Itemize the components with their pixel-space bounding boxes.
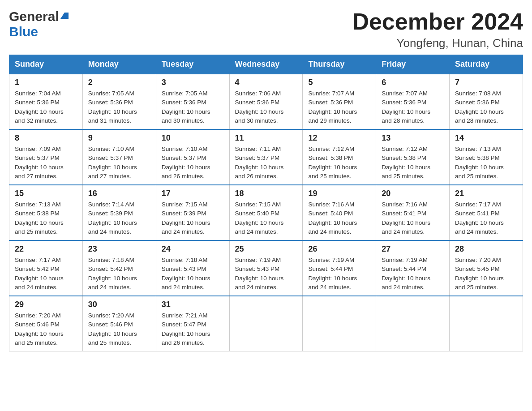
week-row-4: 22 Sunrise: 7:17 AMSunset: 5:42 PMDaylig… [9, 240, 523, 296]
day-cell [303, 296, 376, 351]
day-cell: 15 Sunrise: 7:13 AMSunset: 5:38 PMDaylig… [9, 185, 83, 240]
logo-general-text: General [9, 9, 59, 24]
day-info: Sunrise: 7:18 AMSunset: 5:43 PMDaylight:… [162, 256, 224, 292]
day-info: Sunrise: 7:10 AMSunset: 5:37 PMDaylight:… [88, 145, 150, 181]
day-number: 9 [88, 133, 150, 143]
page-header: General Blue December 2024 Yongfeng, Hun… [9, 9, 523, 50]
day-info: Sunrise: 7:19 AMSunset: 5:43 PMDaylight:… [235, 256, 297, 292]
day-info: Sunrise: 7:04 AMSunset: 5:36 PMDaylight:… [15, 89, 77, 125]
day-info: Sunrise: 7:07 AMSunset: 5:36 PMDaylight:… [382, 89, 444, 125]
day-cell: 13 Sunrise: 7:12 AMSunset: 5:38 PMDaylig… [376, 129, 450, 185]
day-info: Sunrise: 7:20 AMSunset: 5:45 PMDaylight:… [455, 256, 517, 292]
day-cell: 22 Sunrise: 7:17 AMSunset: 5:42 PMDaylig… [9, 240, 83, 296]
day-info: Sunrise: 7:19 AMSunset: 5:44 PMDaylight:… [382, 256, 444, 292]
day-number: 17 [162, 189, 224, 198]
day-number: 16 [88, 189, 150, 198]
header-thursday: Thursday [303, 55, 376, 74]
logo-triangle2-icon [64, 13, 69, 19]
day-number: 3 [162, 78, 224, 87]
calendar-table: SundayMondayTuesdayWednesdayThursdayFrid… [9, 55, 523, 351]
day-number: 22 [15, 244, 77, 254]
day-number: 2 [88, 78, 150, 87]
day-info: Sunrise: 7:08 AMSunset: 5:36 PMDaylight:… [455, 89, 517, 125]
day-info: Sunrise: 7:18 AMSunset: 5:42 PMDaylight:… [88, 256, 150, 292]
day-number: 19 [308, 189, 370, 198]
day-cell [229, 296, 303, 351]
day-info: Sunrise: 7:17 AMSunset: 5:42 PMDaylight:… [15, 256, 77, 292]
day-cell: 10 Sunrise: 7:10 AMSunset: 5:37 PMDaylig… [156, 129, 229, 185]
day-number: 29 [15, 300, 77, 309]
week-row-1: 1 Sunrise: 7:04 AMSunset: 5:36 PMDayligh… [9, 74, 523, 129]
day-info: Sunrise: 7:15 AMSunset: 5:39 PMDaylight:… [162, 200, 224, 236]
day-cell: 14 Sunrise: 7:13 AMSunset: 5:38 PMDaylig… [450, 129, 523, 185]
month-title: December 2024 [352, 9, 523, 34]
week-row-5: 29 Sunrise: 7:20 AMSunset: 5:46 PMDaylig… [9, 296, 523, 351]
day-cell [376, 296, 450, 351]
day-info: Sunrise: 7:07 AMSunset: 5:36 PMDaylight:… [308, 89, 370, 125]
header-monday: Monday [82, 55, 156, 74]
day-info: Sunrise: 7:06 AMSunset: 5:36 PMDaylight:… [235, 89, 297, 125]
day-number: 31 [162, 300, 224, 309]
day-number: 21 [455, 189, 517, 198]
day-info: Sunrise: 7:10 AMSunset: 5:37 PMDaylight:… [162, 145, 224, 181]
day-number: 13 [382, 133, 444, 143]
day-number: 7 [455, 78, 517, 87]
day-info: Sunrise: 7:20 AMSunset: 5:46 PMDaylight:… [15, 311, 77, 347]
day-number: 1 [15, 78, 77, 87]
day-cell: 26 Sunrise: 7:19 AMSunset: 5:44 PMDaylig… [303, 240, 376, 296]
day-cell: 19 Sunrise: 7:16 AMSunset: 5:40 PMDaylig… [303, 185, 376, 240]
day-cell [450, 296, 523, 351]
day-info: Sunrise: 7:12 AMSunset: 5:38 PMDaylight:… [382, 145, 444, 181]
day-number: 10 [162, 133, 224, 143]
day-cell: 24 Sunrise: 7:18 AMSunset: 5:43 PMDaylig… [156, 240, 229, 296]
day-info: Sunrise: 7:17 AMSunset: 5:41 PMDaylight:… [455, 200, 517, 236]
day-info: Sunrise: 7:19 AMSunset: 5:44 PMDaylight:… [308, 256, 370, 292]
day-number: 23 [88, 244, 150, 254]
day-cell: 21 Sunrise: 7:17 AMSunset: 5:41 PMDaylig… [450, 185, 523, 240]
day-cell: 18 Sunrise: 7:15 AMSunset: 5:40 PMDaylig… [229, 185, 303, 240]
header-sunday: Sunday [9, 55, 83, 74]
logo: General Blue [9, 9, 69, 39]
day-number: 6 [382, 78, 444, 87]
day-info: Sunrise: 7:13 AMSunset: 5:38 PMDaylight:… [455, 145, 517, 181]
day-cell: 23 Sunrise: 7:18 AMSunset: 5:42 PMDaylig… [82, 240, 156, 296]
header-friday: Friday [376, 55, 450, 74]
day-number: 30 [88, 300, 150, 309]
day-number: 28 [455, 244, 517, 254]
day-number: 20 [382, 189, 444, 198]
day-cell: 7 Sunrise: 7:08 AMSunset: 5:36 PMDayligh… [450, 74, 523, 129]
day-cell: 20 Sunrise: 7:16 AMSunset: 5:41 PMDaylig… [376, 185, 450, 240]
day-info: Sunrise: 7:09 AMSunset: 5:37 PMDaylight:… [15, 145, 77, 181]
day-info: Sunrise: 7:16 AMSunset: 5:41 PMDaylight:… [382, 200, 444, 236]
day-cell: 9 Sunrise: 7:10 AMSunset: 5:37 PMDayligh… [82, 129, 156, 185]
week-row-3: 15 Sunrise: 7:13 AMSunset: 5:38 PMDaylig… [9, 185, 523, 240]
day-number: 25 [235, 244, 297, 254]
week-row-2: 8 Sunrise: 7:09 AMSunset: 5:37 PMDayligh… [9, 129, 523, 185]
day-cell: 12 Sunrise: 7:12 AMSunset: 5:38 PMDaylig… [303, 129, 376, 185]
day-cell: 27 Sunrise: 7:19 AMSunset: 5:44 PMDaylig… [376, 240, 450, 296]
logo-triangle-icon [60, 13, 64, 19]
title-area: December 2024 Yongfeng, Hunan, China [352, 9, 523, 50]
day-cell: 6 Sunrise: 7:07 AMSunset: 5:36 PMDayligh… [376, 74, 450, 129]
day-number: 24 [162, 244, 224, 254]
day-number: 4 [235, 78, 297, 87]
day-cell: 28 Sunrise: 7:20 AMSunset: 5:45 PMDaylig… [450, 240, 523, 296]
day-number: 15 [15, 189, 77, 198]
day-info: Sunrise: 7:21 AMSunset: 5:47 PMDaylight:… [162, 311, 224, 347]
day-number: 5 [308, 78, 370, 87]
day-number: 14 [455, 133, 517, 143]
day-cell: 4 Sunrise: 7:06 AMSunset: 5:36 PMDayligh… [229, 74, 303, 129]
header-wednesday: Wednesday [229, 55, 303, 74]
day-cell: 30 Sunrise: 7:20 AMSunset: 5:46 PMDaylig… [82, 296, 156, 351]
day-cell: 16 Sunrise: 7:14 AMSunset: 5:39 PMDaylig… [82, 185, 156, 240]
day-info: Sunrise: 7:20 AMSunset: 5:46 PMDaylight:… [88, 311, 150, 347]
day-number: 18 [235, 189, 297, 198]
day-cell: 3 Sunrise: 7:05 AMSunset: 5:36 PMDayligh… [156, 74, 229, 129]
day-cell: 2 Sunrise: 7:05 AMSunset: 5:36 PMDayligh… [82, 74, 156, 129]
day-cell: 29 Sunrise: 7:20 AMSunset: 5:46 PMDaylig… [9, 296, 83, 351]
location-title: Yongfeng, Hunan, China [352, 36, 523, 50]
day-info: Sunrise: 7:13 AMSunset: 5:38 PMDaylight:… [15, 200, 77, 236]
header-saturday: Saturday [450, 55, 523, 74]
day-number: 26 [308, 244, 370, 254]
day-cell: 8 Sunrise: 7:09 AMSunset: 5:37 PMDayligh… [9, 129, 83, 185]
